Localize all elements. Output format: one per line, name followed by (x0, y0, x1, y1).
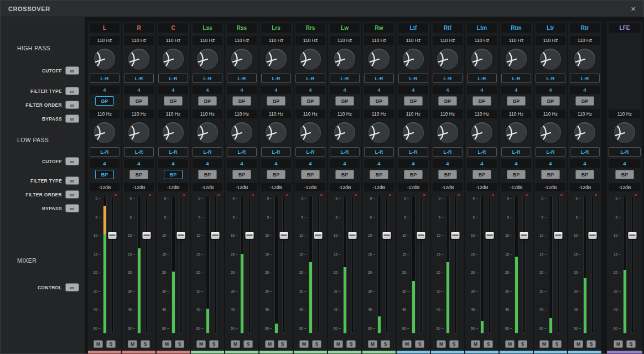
lp-bypass-button[interactable]: BP (129, 170, 148, 179)
hp-cutoff-knob[interactable] (401, 47, 425, 71)
hp-cutoff-knob[interactable] (367, 47, 391, 71)
lp-filter-order-value[interactable]: 4 (398, 159, 428, 168)
lp-filter-type-button[interactable]: L-R (330, 147, 360, 157)
hp-cutoff-value[interactable]: 110 Hz (433, 36, 463, 45)
lp-cutoff-value[interactable]: 110 Hz (364, 110, 394, 118)
fader-handle[interactable] (280, 232, 288, 239)
lp-cutoff-knob[interactable] (612, 121, 637, 145)
fader-handle[interactable] (629, 232, 637, 239)
fader-track[interactable] (315, 196, 321, 334)
hp-cutoff-knob[interactable] (333, 47, 357, 71)
mixer-level-value[interactable]: -12dB (158, 183, 188, 191)
hp-filter-type-button[interactable]: L-R (227, 74, 257, 83)
lp-filter-type-button[interactable]: L-R (398, 147, 428, 157)
lp-cutoff-knob[interactable] (401, 121, 425, 145)
lp-filter-order-value[interactable]: 4 (330, 159, 360, 168)
mute-button[interactable]: M (368, 340, 377, 348)
hp-cutoff-value[interactable]: 110 Hz (536, 36, 565, 45)
lp-filter-order-value[interactable]: 4 (570, 159, 600, 168)
solo-button[interactable]: S (381, 340, 390, 348)
hp-bypass-button[interactable]: BP (404, 96, 423, 106)
fader-track[interactable] (383, 196, 390, 334)
lp-cutoff-knob[interactable] (195, 121, 220, 145)
lp-filter-type-button[interactable]: L-R (158, 147, 188, 157)
solo-button[interactable]: S (278, 340, 287, 348)
mixer-level-value[interactable]: -12dB (609, 183, 641, 191)
lp-cutoff-value[interactable]: 110 Hz (330, 110, 360, 118)
lp-cutoff-value[interactable]: 110 Hz (227, 110, 257, 118)
mute-button[interactable]: M (162, 340, 172, 348)
lp-cutoff-knob[interactable] (333, 121, 357, 145)
lp-bypass-button[interactable]: BP (267, 170, 285, 179)
solo-button[interactable]: S (484, 340, 493, 348)
fader-handle[interactable] (486, 232, 494, 239)
mixer-level-value[interactable]: -12dB (536, 183, 565, 191)
lp-cutoff-value[interactable]: 110 Hz (261, 110, 291, 118)
hp-cutoff-value[interactable]: 110 Hz (295, 36, 325, 45)
mute-button[interactable]: M (539, 340, 549, 348)
lp-cutoff-knob[interactable] (538, 121, 563, 145)
hp-cutoff-knob[interactable] (92, 47, 117, 71)
mute-button[interactable]: M (94, 340, 103, 348)
hp-bypass-button[interactable]: BP (438, 96, 457, 106)
lp-cutoff-knob[interactable] (161, 121, 185, 145)
fader-track[interactable] (589, 196, 596, 334)
lp-cutoff-link-button[interactable]: ∞ (65, 157, 79, 165)
mute-button[interactable]: M (402, 340, 412, 348)
solo-button[interactable]: S (518, 340, 527, 348)
lp-filter-type-button[interactable]: L-R (609, 147, 641, 157)
hp-filter-type-button[interactable]: L-R (124, 74, 154, 83)
solo-button[interactable]: S (346, 340, 356, 348)
fader-handle[interactable] (177, 232, 185, 239)
hp-filter-type-button[interactable]: L-R (193, 74, 222, 83)
lp-filter-type-button[interactable]: L-R (193, 147, 222, 157)
lp-cutoff-knob[interactable] (264, 121, 288, 145)
hp-bypass-button[interactable]: BP (301, 96, 320, 106)
hp-cutoff-value[interactable]: 110 Hz (364, 36, 394, 45)
fader-track[interactable] (109, 196, 116, 334)
hp-cutoff-knob[interactable] (504, 47, 528, 71)
lp-cutoff-knob[interactable] (230, 121, 254, 145)
fader-handle[interactable] (589, 232, 597, 239)
hp-bypass-button[interactable]: BP (575, 96, 594, 106)
hp-cutoff-value[interactable]: 110 Hz (398, 36, 428, 45)
lp-filter-order-value[interactable]: 4 (433, 159, 463, 168)
hp-filter-order-value[interactable]: 4 (501, 86, 531, 94)
hp-bypass-button[interactable]: BP (472, 96, 491, 106)
hp-filter-order-value[interactable]: 4 (364, 86, 394, 94)
lp-filter-type-button[interactable]: L-R (467, 147, 497, 157)
hp-filter-order-value[interactable]: 4 (330, 86, 360, 94)
fader-handle[interactable] (349, 232, 357, 239)
lp-cutoff-value[interactable]: 110 Hz (193, 110, 222, 118)
fader-track[interactable] (452, 196, 459, 334)
mute-button[interactable]: M (437, 340, 446, 348)
lp-filter-type-button[interactable]: L-R (501, 147, 531, 157)
hp-bypass-button[interactable]: BP (507, 96, 526, 106)
lp-bypass-button[interactable]: BP (198, 170, 217, 179)
solo-button[interactable]: S (626, 340, 636, 348)
lp-bypass-button[interactable]: BP (370, 170, 388, 179)
lp-filter-type-button[interactable]: L-R (124, 147, 154, 157)
hp-cutoff-value[interactable]: 110 Hz (261, 36, 291, 45)
mixer-level-value[interactable]: -12dB (193, 183, 222, 191)
hp-filter-order-value[interactable]: 4 (90, 86, 120, 94)
hp-cutoff-knob[interactable] (470, 47, 494, 71)
fader-track[interactable] (143, 196, 150, 334)
hp-cutoff-knob[interactable] (195, 47, 220, 71)
hp-cutoff-knob[interactable] (230, 47, 254, 71)
lp-filter-order-value[interactable]: 4 (193, 159, 222, 168)
hp-filter-order-value[interactable]: 4 (398, 86, 428, 94)
solo-button[interactable]: S (106, 340, 116, 348)
fader-handle[interactable] (451, 232, 460, 239)
fader-track[interactable] (418, 196, 424, 334)
lp-filter-type-link-button[interactable]: ∞ (65, 176, 79, 185)
mute-button[interactable]: M (574, 340, 583, 348)
mixer-level-value[interactable]: -12dB (330, 183, 360, 191)
hp-filter-order-value[interactable]: 4 (570, 86, 600, 94)
lp-cutoff-value[interactable]: 110 Hz (501, 110, 531, 118)
hp-cutoff-value[interactable]: 110 Hz (158, 36, 188, 45)
lp-filter-order-value[interactable]: 4 (124, 159, 154, 168)
lp-filter-order-value[interactable]: 4 (536, 159, 565, 168)
hp-bypass-button[interactable]: BP (164, 96, 183, 106)
lp-filter-type-button[interactable]: L-R (433, 147, 463, 157)
